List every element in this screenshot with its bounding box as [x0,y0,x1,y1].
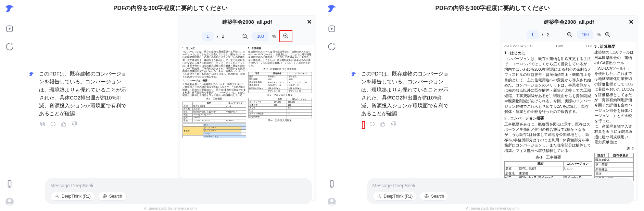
message-input[interactable]: Message DeepSeek [372,183,629,188]
doc-s3-body: 建築物の LCA ツールは日本建築学会の「建物のLCA算出ツール（AIJ-LCA… [248,50,312,67]
tbl1-caption: 表-1 工事概要 [182,97,246,100]
message-input-bar: Message DeepSeek DeepThink (R1) Search [367,178,634,204]
svg-rect-5 [42,123,45,126]
mobile-icon[interactable] [5,179,14,188]
regenerate-icon[interactable] [369,121,375,127]
thumbs-up-icon[interactable] [61,121,67,127]
thumbs-down-icon[interactable] [391,121,396,127]
table-1: 既存コンバージョン 名称既存1, 既存2Uビル 所在地東京都 竣工昭和59年7月… [182,102,246,122]
figure-1: 住宅 事務所テニスコート テニスコート プール ソーラーパネル [182,124,246,139]
copy-icon[interactable] [40,121,46,127]
assistant-avatar [349,70,358,79]
prompt-title: PDFの内容を300字程度に要約してください [19,0,322,15]
svg-point-13 [331,186,332,186]
page-current[interactable]: 1 [527,30,539,39]
pdf-page[interactable]: 1．はじめに コンバージョンは、既存の建物を用途変更する手法で、ヨーロッパでは古… [180,45,314,199]
regenerate-icon[interactable] [50,121,56,127]
tbl3-caption: 表-3 マニフェスト概要 [248,94,312,96]
zoom-value[interactable]: 160 [577,30,593,39]
assistant-text: このPDFは、既存建物のコンバージョンを報告している。コンバージョンは、環境築よ… [361,70,450,118]
app-logo[interactable] [4,3,15,15]
doc-s2-title: 2．コンバージョン概要 [182,79,246,82]
deepthink-chip[interactable]: DeepThink (R1) [372,192,417,201]
page-current[interactable]: 1 [202,32,214,41]
zoom-out-icon[interactable] [241,33,249,40]
doc-s3-title: 3．計算概要 [248,47,312,50]
play-icon[interactable] [327,24,336,33]
tbl1-caption: 表-1 工事概要 [504,155,592,160]
doc-s1-body: コンバージョンは、既存の建物を用途変更する手法で、ヨーロッパでは古くから広く普及… [182,50,246,78]
close-icon[interactable]: ✕ [307,19,312,25]
search-chip[interactable]: Search [420,192,449,201]
zoom-in-highlight [279,30,292,42]
prompt-title: PDFの内容を300字程度に要約してください [341,0,644,15]
assistant-avatar [27,70,36,79]
user-avatar-icon[interactable] [327,197,336,206]
tbl4-caption: 表-4 主要投入資材量 [248,119,312,122]
pdf-toolbar: 1 / 2 160 % [500,29,638,42]
tbl2r-note: に、産業廃棄物マ入資材量を表-4 に示関東近辺に建つ同規模用い、電力原単位は [594,124,634,145]
pct-symbol: % [597,32,601,37]
svg-point-20 [379,196,380,197]
fig-ref-c: LCA [586,44,592,48]
tbl2r-caption: 表-2 [594,146,634,151]
copy-highlight [362,121,365,129]
page-sep: / [542,32,543,37]
doc-s3-body: 建築物の LCA ツールは日本建築学会の「建物のLCA算出ツール（AIJ-LCA… [594,50,634,124]
message-input-bar: Message DeepSeek DeepThink (R1) Search [45,178,312,204]
app-logo[interactable] [326,3,337,15]
message-input[interactable]: Message DeepSeek [50,183,306,188]
pdf-viewer: 建築学会2008_all.pdf ✕ 1 / 2 100 % 1．はじめに コン… [178,15,316,201]
svg-point-9 [56,196,58,197]
svg-point-4 [8,199,11,202]
pdf-filename: 建築学会2008_all.pdf [222,19,272,25]
footnote: AI-generated, for reference only [19,206,322,210]
doc-s2-title: 2．コンバージョン概要 [504,116,592,121]
doc-s1-title: 1．はじめに [182,47,246,50]
search-chip[interactable]: Search [98,192,127,201]
footnote: AI-generated, for reference only [341,206,644,210]
fig-ref-b: LCW [556,44,563,48]
pdf-page[interactable]: AIJ-LCA/LCWツール LCW LCA 1．はじめに コンバージョンは、既… [502,42,636,199]
zoom-value[interactable]: 100 [252,32,269,41]
doc-s1-body: コンバージョンは、既存の建物を用途変更する手法で、ヨーロッパでは古くから広く普及… [504,56,592,114]
doc-s3-title: 3．計算概要 [594,44,634,49]
page-sep: / [217,34,218,39]
thumbs-down-icon[interactable] [72,121,77,127]
close-icon[interactable]: ✕ [629,19,634,25]
new-chat-icon[interactable] [5,42,14,51]
zoom-in-icon[interactable] [604,31,611,38]
tbl2-caption: 表-2 計算範囲と主な計算条件 [248,68,312,71]
assistant-text: このPDFは、既存建物のコンバージョンを報告している。コンバージョンは、環境築よ… [39,70,128,118]
pdf-toolbar: 1 / 2 100 % [178,29,316,45]
play-icon[interactable] [5,24,14,33]
doc-s1-title: 1．はじめに [504,50,592,56]
pdf-viewer: 建築学会2008_all.pdf ✕ 1 / 2 160 % AIJ-LCA/L… [500,15,638,201]
sidebar [0,0,19,211]
svg-rect-6 [41,122,44,125]
fig-ref-a: AIJ-LCA/LCWツール [504,44,533,48]
zoom-in-icon[interactable] [282,32,290,40]
deepthink-chip[interactable]: DeepThink (R1) [50,192,95,201]
user-avatar-icon[interactable] [5,197,14,206]
table-3: 既存コンバージョン コンクリガラ174,642113,120 金属くず83713… [248,98,312,119]
pdf-filename: 建築学会2008_all.pdf [544,19,594,25]
page-total: 2 [546,32,549,37]
mobile-icon[interactable] [327,179,336,188]
pct-symbol: % [272,34,276,39]
table-1: 既存コンバージョン 名称既存1, 既存2Uビル 所在地東京都 竣工昭和59年7月… [504,161,592,180]
table-2r: 既存2既存事務所 既存1解体 躯・基礎 新築建設 基礎 使用後の解体 [594,153,634,181]
new-chat-icon[interactable] [327,42,336,51]
table-2: 項目既存解体コンバージョン 建設部材投入部材投入 設計期間60年60年 設備更新… [248,72,312,93]
zoom-out-icon[interactable] [566,31,573,38]
doc-s2-body: 工事概要を表-1に、概略図を図-1に示す。既存はスポーツ／事務所／住宅の複合施設… [504,122,592,153]
thumbs-up-icon[interactable] [380,121,386,127]
page-total: 2 [222,34,224,39]
svg-point-2 [9,186,10,186]
svg-point-15 [330,199,333,202]
doc-s2-body: 工事概要を表-1に、概略図を図-1に示す。既存はスポーツ／事務所／住宅の複合施設… [182,83,246,97]
sidebar [322,0,341,211]
